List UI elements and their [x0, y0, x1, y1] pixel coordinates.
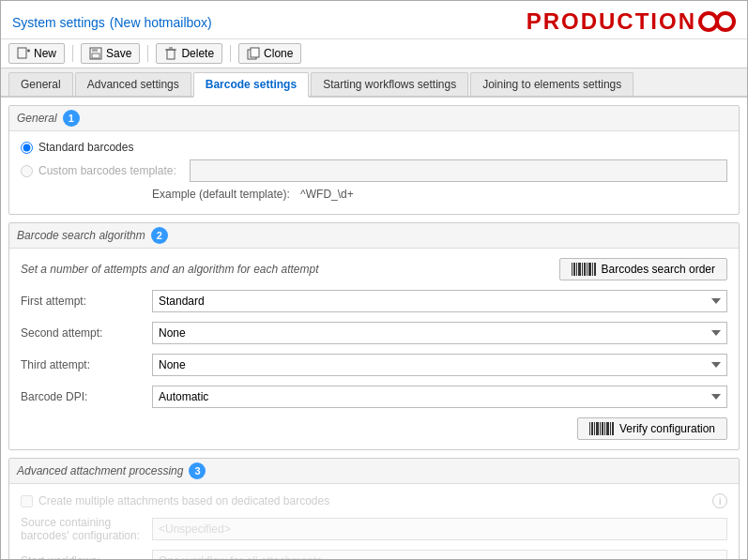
- second-attempt-select[interactable]: None Standard High Sensitivity: [152, 322, 727, 344]
- verify-configuration-button[interactable]: Verify configuration: [577, 417, 727, 440]
- logo-icon: [698, 9, 736, 34]
- clone-label: Clone: [264, 47, 293, 60]
- start-workflows-select[interactable]: One workflow for all attachments: [152, 550, 727, 559]
- delete-button[interactable]: Delete: [156, 43, 222, 64]
- barcode-algorithm-badge: 2: [151, 227, 168, 244]
- general-section: General 1 Standard barcodes Custom barco…: [8, 105, 740, 215]
- verify-row: Verify configuration: [21, 417, 727, 440]
- advanced-attachment-body: Create multiple attachments based on ded…: [9, 484, 739, 559]
- main-window: System settings (New hotmailbox) PRODUCT…: [0, 0, 748, 560]
- general-section-body: Standard barcodes Custom barcodes templa…: [9, 131, 739, 214]
- content-area: General 1 Standard barcodes Custom barco…: [1, 98, 747, 559]
- tab-barcode[interactable]: Barcode settings: [193, 72, 309, 98]
- source-select[interactable]: <Unspecified>: [152, 518, 727, 540]
- tab-starting[interactable]: Starting workflows settings: [311, 72, 468, 96]
- algorithm-description: Set a number of attempts and an algorith…: [21, 263, 319, 276]
- advanced-attachment-badge: 3: [189, 462, 206, 479]
- page-title: System settings (New hotmailbox): [12, 12, 212, 31]
- advanced-attachment-section: Advanced attachment processing 3 Create …: [8, 458, 740, 559]
- svg-rect-4: [92, 48, 98, 52]
- clone-icon: [247, 47, 260, 60]
- create-multiple-row: Create multiple attachments based on ded…: [21, 493, 727, 508]
- start-workflows-control: One workflow for all attachments: [152, 550, 727, 559]
- create-multiple-label: Create multiple attachments based on ded…: [38, 494, 329, 507]
- header-title-area: System settings (New hotmailbox): [12, 12, 212, 32]
- save-button[interactable]: Save: [81, 43, 140, 64]
- verify-barcode-icon: [589, 422, 614, 435]
- tab-bar: General Advanced settings Barcode settin…: [1, 68, 747, 98]
- first-attempt-row: First attempt: Standard None High Sensit…: [21, 290, 727, 312]
- barcodes-search-order-button[interactable]: Barcodes search order: [559, 258, 727, 280]
- barcode-search-icon: [572, 263, 596, 276]
- separator-3: [230, 45, 231, 62]
- standard-barcode-option: Standard barcodes: [21, 141, 727, 154]
- tab-joining[interactable]: Joining to elements settings: [470, 72, 634, 96]
- barcode-algorithm-section: Barcode search algorithm 2 Set a number …: [8, 222, 740, 450]
- svg-rect-0: [18, 48, 26, 58]
- third-attempt-control: None Standard High Sensitivity: [152, 354, 727, 376]
- create-multiple-checkbox[interactable]: [21, 495, 33, 507]
- barcode-dpi-row: Barcode DPI: Automatic 72 96 150 200 300: [21, 386, 727, 408]
- verify-config-label: Verify configuration: [619, 422, 715, 435]
- custom-barcode-label: Custom barcodes template:: [38, 164, 176, 177]
- subtitle-text: (New hotmailbox): [110, 15, 212, 30]
- custom-barcode-option: Custom barcodes template:: [21, 159, 727, 182]
- tab-advanced[interactable]: Advanced settings: [75, 72, 191, 96]
- first-attempt-label: First attempt:: [21, 295, 152, 308]
- tab-general[interactable]: General: [8, 72, 73, 96]
- first-attempt-select[interactable]: Standard None High Sensitivity: [152, 290, 727, 312]
- custom-barcode-input[interactable]: [190, 159, 727, 182]
- logo-area: PRODUCTION: [527, 8, 736, 35]
- barcode-dpi-control: Automatic 72 96 150 200 300: [152, 386, 727, 408]
- clone-button[interactable]: Clone: [238, 43, 301, 64]
- separator-2: [147, 45, 148, 62]
- third-attempt-label: Third attempt:: [21, 358, 152, 371]
- barcode-algorithm-title: Barcode search algorithm: [17, 229, 145, 242]
- barcode-algorithm-header: Barcode search algorithm 2: [9, 223, 739, 249]
- delete-label: Delete: [181, 47, 214, 60]
- first-attempt-control: Standard None High Sensitivity: [152, 290, 727, 312]
- general-section-header: General 1: [9, 106, 739, 131]
- svg-rect-10: [251, 48, 259, 57]
- third-attempt-select[interactable]: None Standard High Sensitivity: [152, 354, 727, 376]
- source-label: Source containing barcodes' configuratio…: [21, 516, 152, 542]
- second-attempt-label: Second attempt:: [21, 326, 152, 340]
- info-icon[interactable]: i: [712, 493, 727, 508]
- start-workflows-row: Start workflows: One workflow for all at…: [21, 550, 727, 559]
- svg-rect-6: [167, 50, 175, 59]
- new-button[interactable]: New: [8, 43, 65, 64]
- barcode-algorithm-body: Set a number of attempts and an algorith…: [9, 249, 739, 449]
- example-text: Example (default template): ^WFD_\d+: [152, 188, 727, 201]
- general-section-title: General: [17, 112, 57, 125]
- barcode-dpi-label: Barcode DPI:: [21, 390, 152, 403]
- algorithm-header-row: Set a number of attempts and an algorith…: [21, 258, 727, 280]
- source-control: <Unspecified>: [152, 518, 727, 540]
- svg-rect-5: [92, 53, 99, 58]
- delete-icon: [164, 47, 177, 60]
- advanced-attachment-header: Advanced attachment processing 3: [9, 459, 739, 484]
- save-label: Save: [106, 47, 131, 60]
- header: System settings (New hotmailbox) PRODUCT…: [1, 1, 747, 39]
- logo-text: PRODUCTION: [527, 8, 696, 35]
- second-attempt-control: None Standard High Sensitivity: [152, 322, 727, 344]
- standard-barcode-radio[interactable]: [21, 142, 33, 154]
- advanced-attachment-title: Advanced attachment processing: [17, 464, 183, 477]
- save-icon: [89, 47, 102, 60]
- toolbar: New Save Delete Clone: [1, 39, 747, 68]
- standard-barcode-label: Standard barcodes: [38, 141, 133, 154]
- separator-1: [72, 45, 73, 62]
- barcodes-search-order-label: Barcodes search order: [602, 263, 715, 276]
- second-attempt-row: Second attempt: None Standard High Sensi…: [21, 322, 727, 344]
- new-label: New: [34, 47, 56, 60]
- general-badge: 1: [63, 110, 80, 127]
- barcode-dpi-select[interactable]: Automatic 72 96 150 200 300: [152, 386, 727, 408]
- third-attempt-row: Third attempt: None Standard High Sensit…: [21, 354, 727, 376]
- source-row: Source containing barcodes' configuratio…: [21, 516, 727, 542]
- custom-barcode-radio[interactable]: [21, 165, 33, 177]
- new-icon: [17, 47, 30, 60]
- title-text: System settings: [12, 15, 105, 30]
- start-workflows-label: Start workflows:: [21, 554, 152, 559]
- logo-circle-right: [715, 11, 736, 32]
